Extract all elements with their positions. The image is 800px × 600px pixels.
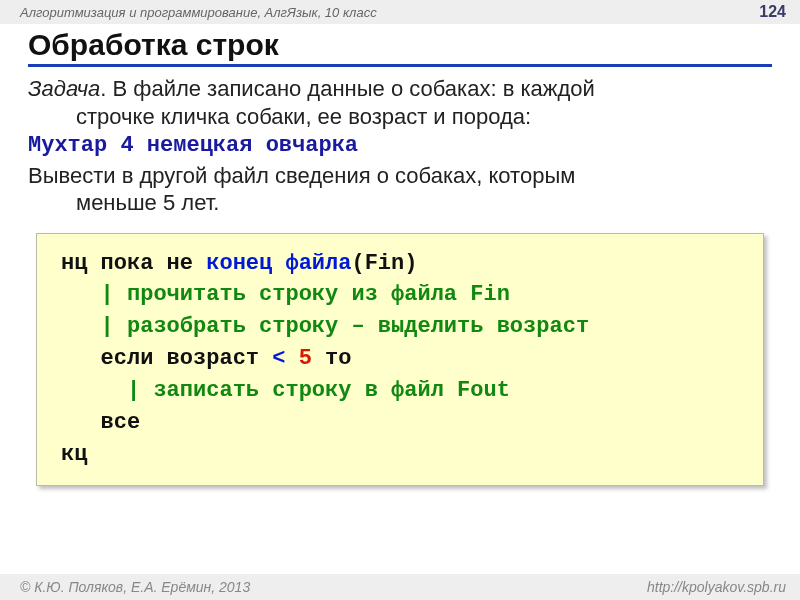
code-l4c <box>285 346 298 371</box>
code-l5: | записать строку в файл Fout <box>61 378 510 403</box>
code-l1b: конец файла <box>206 251 351 276</box>
page-number: 124 <box>759 3 786 21</box>
code-l3: | разобрать строку – выделить возраст <box>61 314 589 339</box>
task-line-1b: строчке кличка собаки, ее возраст и поро… <box>28 103 772 131</box>
task-label: Задача <box>28 76 100 101</box>
task-text: Задача. В файле записано данные о собака… <box>28 75 772 217</box>
code-block: нц пока не конец файла(Fin) | прочитать … <box>36 233 764 486</box>
code-l2: | прочитать строку из файла Fin <box>61 282 510 307</box>
code-l6: все <box>61 410 140 435</box>
footer-bar: © К.Ю. Поляков, Е.А. Ерёмин, 2013 http:/… <box>0 574 800 600</box>
code-l7: кц <box>61 442 87 467</box>
header-bar: Алгоритмизация и программирование, АлгЯз… <box>0 0 800 24</box>
code-l4e: то <box>312 346 352 371</box>
slide: Алгоритмизация и программирование, АлгЯз… <box>0 0 800 600</box>
page-title: Обработка строк <box>28 28 772 67</box>
code-l1a: нц пока не <box>61 251 206 276</box>
code-l4d: 5 <box>299 346 312 371</box>
task-line-2b: меньше 5 лет. <box>28 189 772 217</box>
code-l4b: < <box>272 346 285 371</box>
footer-copyright: © К.Ю. Поляков, Е.А. Ерёмин, 2013 <box>20 579 250 595</box>
task-line-1a: . В файле записано данные о собаках: в к… <box>100 76 595 101</box>
sample-line: Мухтар 4 немецкая овчарка <box>28 132 772 160</box>
content-area: Обработка строк Задача. В файле записано… <box>0 24 800 486</box>
course-name: Алгоритмизация и программирование, АлгЯз… <box>20 5 377 20</box>
footer-url: http://kpolyakov.spb.ru <box>647 579 786 595</box>
code-l4a: если возраст <box>61 346 272 371</box>
code-l1c: (Fin) <box>351 251 417 276</box>
task-line-2a: Вывести в другой файл сведения о собаках… <box>28 163 575 188</box>
